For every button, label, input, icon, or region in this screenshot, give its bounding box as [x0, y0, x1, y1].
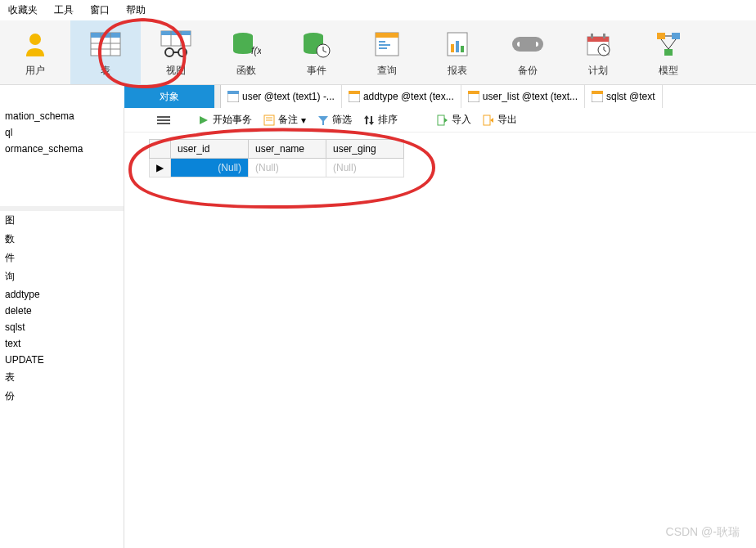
- query-small-icon: [349, 91, 360, 102]
- user-icon: [19, 28, 52, 61]
- menu-tools[interactable]: 工具: [54, 3, 74, 17]
- memo-button[interactable]: 备注 ▾: [263, 113, 306, 127]
- svg-rect-24: [379, 47, 387, 49]
- menu-favorites[interactable]: 收藏夹: [8, 3, 38, 17]
- backup-icon: [511, 28, 544, 61]
- import-button[interactable]: 导入: [437, 113, 471, 127]
- export-button[interactable]: 导出: [483, 113, 517, 127]
- svg-rect-22: [379, 41, 385, 43]
- column-header[interactable]: user_ging: [326, 140, 404, 159]
- toolbar-user-label: 用户: [25, 64, 45, 78]
- svg-marker-63: [369, 122, 374, 125]
- toolbar-query[interactable]: 查询: [352, 20, 422, 84]
- svg-rect-48: [227, 91, 239, 94]
- sidebar-item[interactable]: 件: [0, 249, 124, 267]
- toolbar-report-label: 报表: [448, 64, 467, 78]
- cell[interactable]: (Null): [249, 159, 326, 177]
- svg-rect-42: [672, 33, 680, 39]
- sort-icon: [363, 115, 375, 126]
- tab-label: sqlst @text: [606, 91, 655, 102]
- action-label: 筛选: [332, 113, 352, 127]
- table-small-icon: [227, 91, 239, 102]
- column-header[interactable]: user_name: [249, 140, 326, 159]
- sort-button[interactable]: 排序: [363, 113, 398, 127]
- svg-marker-61: [364, 115, 369, 119]
- model-icon: [652, 28, 685, 61]
- svg-rect-54: [592, 91, 603, 94]
- toolbar-view[interactable]: 视图: [141, 20, 211, 84]
- sub-tab-bar: 对象 user @text (text1) -... addtype @text…: [0, 85, 756, 108]
- svg-rect-27: [456, 41, 459, 52]
- svg-line-45: [661, 39, 668, 49]
- sidebar: mation_schema ql ormance_schema 图 数 件 询 …: [0, 108, 124, 548]
- query-small-icon: [592, 91, 603, 102]
- action-label: 导入: [452, 113, 471, 127]
- svg-rect-35: [587, 37, 609, 42]
- sidebar-item[interactable]: delete: [0, 303, 124, 319]
- toolbar-report[interactable]: 报表: [422, 20, 493, 84]
- sidebar-item[interactable]: 表: [0, 368, 124, 387]
- menu-bar: 收藏夹 工具 窗口 帮助: [0, 0, 756, 20]
- watermark: CSDN @-耿瑞: [666, 525, 740, 540]
- cell-selected[interactable]: (Null): [171, 159, 249, 177]
- filter-icon: [317, 115, 329, 126]
- data-grid[interactable]: user_id user_name user_ging ▶ (Null) (Nu…: [149, 139, 404, 177]
- chevron-down-icon: ▾: [301, 115, 306, 126]
- main-panel: 开始事务 备注 ▾ 筛选 排序 导入 导出: [124, 108, 756, 548]
- svg-rect-33: [520, 37, 536, 52]
- toolbar-backup[interactable]: 备份: [493, 20, 563, 84]
- object-tab[interactable]: 对象: [124, 85, 214, 108]
- tab-label: addtype @text (tex...: [363, 91, 454, 102]
- sidebar-item[interactable]: text: [0, 335, 124, 352]
- svg-rect-50: [349, 91, 360, 94]
- sidebar-item[interactable]: addtype: [0, 286, 124, 303]
- toolbar-model-label: 模型: [659, 64, 678, 78]
- sidebar-item[interactable]: ql: [0, 124, 124, 141]
- tab-addtype[interactable]: addtype @text (tex...: [342, 85, 461, 108]
- export-icon: [483, 115, 494, 126]
- tab-label: user @text (text1) -...: [242, 91, 335, 102]
- tab-user[interactable]: user @text (text1) -...: [221, 85, 342, 108]
- svg-rect-43: [664, 49, 673, 56]
- hamburger-icon[interactable]: [157, 116, 170, 124]
- table-row[interactable]: ▶ (Null) (Null) (Null): [150, 159, 404, 177]
- svg-rect-36: [591, 34, 593, 38]
- memo-icon: [263, 115, 275, 126]
- toolbar-function[interactable]: f(x) 函数: [211, 20, 281, 84]
- sidebar-item[interactable]: UPDATE: [0, 352, 124, 368]
- svg-marker-67: [490, 118, 493, 123]
- sidebar-item[interactable]: 份: [0, 387, 124, 406]
- svg-point-0: [29, 34, 41, 45]
- toolbar-user[interactable]: 用户: [0, 20, 70, 84]
- tab-userlist[interactable]: user_list @text (text...: [461, 85, 585, 108]
- sidebar-item[interactable]: mation_schema: [0, 108, 124, 124]
- sidebar-item[interactable]: 询: [0, 267, 124, 286]
- sidebar-item[interactable]: 图: [0, 211, 124, 230]
- table-icon: [89, 28, 122, 61]
- tab-sqlst[interactable]: sqlst @text: [585, 85, 663, 108]
- menu-window[interactable]: 窗口: [90, 3, 110, 17]
- action-label: 排序: [378, 113, 398, 127]
- svg-line-46: [668, 39, 676, 49]
- start-transaction-button[interactable]: 开始事务: [198, 113, 252, 127]
- action-label: 开始事务: [213, 113, 252, 127]
- query-small-icon: [468, 91, 479, 102]
- toolbar-schedule[interactable]: 计划: [563, 20, 633, 84]
- toolbar-view-label: 视图: [166, 64, 186, 78]
- cell[interactable]: (Null): [326, 159, 404, 177]
- view-icon: [160, 28, 192, 61]
- sidebar-item[interactable]: 数: [0, 230, 124, 249]
- toolbar-model[interactable]: 模型: [633, 20, 704, 84]
- action-label: 备注: [278, 113, 298, 127]
- sidebar-item[interactable]: ormance_schema: [0, 141, 124, 157]
- toolbar-table[interactable]: 表: [70, 20, 141, 84]
- toolbar-event[interactable]: 事件: [281, 20, 352, 84]
- column-header[interactable]: user_id: [171, 140, 249, 159]
- import-icon: [437, 115, 448, 126]
- toolbar-query-label: 查询: [377, 64, 397, 78]
- menu-help[interactable]: 帮助: [126, 3, 146, 17]
- filter-button[interactable]: 筛选: [317, 113, 352, 127]
- play-icon: [198, 115, 209, 126]
- svg-point-12: [178, 48, 187, 56]
- sidebar-item[interactable]: sqlst: [0, 319, 124, 335]
